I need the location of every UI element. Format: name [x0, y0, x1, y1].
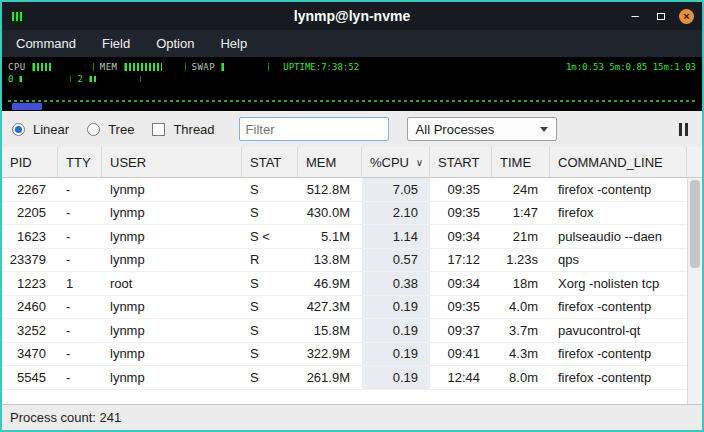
vertical-scrollbar[interactable] — [687, 178, 702, 404]
filter-input[interactable] — [239, 117, 389, 141]
cell-stat: S — [242, 366, 298, 389]
cell-stat: S — [242, 272, 298, 295]
cell-tty: - — [58, 366, 102, 389]
table-row[interactable]: 3252-lynmpS15.8M0.1909:373.7mpavucontrol… — [2, 319, 702, 343]
status-bar: Process count: 241 — [2, 404, 702, 430]
close-button[interactable]: × — [679, 9, 694, 24]
table-row[interactable]: 23379-lynmpR13.8M0.5717:121.23sqps — [2, 249, 702, 273]
swap-meter — [221, 63, 269, 71]
column-header-label: USER — [110, 155, 146, 170]
menu-command[interactable]: Command — [16, 36, 76, 51]
cell-stat: R — [242, 249, 298, 272]
restore-button[interactable] — [653, 8, 669, 24]
column-header-label: TTY — [66, 155, 91, 170]
cell-command-line: qps — [550, 249, 687, 272]
window-title: lynmp@lyn-nvme — [294, 8, 410, 24]
scrollbar-thumb[interactable] — [690, 180, 700, 268]
load-average-text: 1m:0.53 5m:0.85 15m:1.03 — [566, 62, 696, 72]
cell-start: 09:37 — [430, 319, 492, 342]
menu-help[interactable]: Help — [220, 36, 247, 51]
table-row[interactable]: 2267-lynmpS512.8M7.0509:3524mfirefox -co… — [2, 178, 702, 202]
column-header-user[interactable]: USER — [102, 147, 242, 177]
table-body: 2267-lynmpS512.8M7.0509:3524mfirefox -co… — [2, 178, 702, 404]
table-row[interactable]: 12231rootS46.9M0.3809:3418mXorg -noliste… — [2, 272, 702, 296]
column-header-tty[interactable]: TTY — [58, 147, 102, 177]
cell--cpu: 0.19 — [362, 319, 430, 342]
cell-pid: 2205 — [2, 202, 58, 225]
monitor-line2: 0 2 — [8, 73, 696, 84]
cell-time: 18m — [492, 272, 550, 295]
column-header-command-line[interactable]: COMMAND_LINE — [550, 147, 687, 177]
cell-command-line: firefox -contentp — [550, 296, 687, 319]
linear-radio-label[interactable]: Linear — [33, 122, 69, 137]
mem-label: MEM — [100, 62, 118, 72]
cell-tty: - — [58, 178, 102, 201]
titlebar[interactable]: lynmp@lyn-nvme – × — [2, 2, 702, 30]
cell-mem: 5.1M — [298, 225, 362, 248]
cpu-history-graph — [8, 86, 696, 110]
cell-time: 21m — [492, 225, 550, 248]
cell-command-line: pulseaudio --daen — [550, 225, 687, 248]
graph-selection-highlight[interactable] — [12, 103, 42, 110]
thread-checkbox-label[interactable]: Thread — [173, 122, 214, 137]
pause-button[interactable] — [675, 119, 692, 140]
table-row[interactable]: 2460-lynmpS427.3M0.1909:354.0mfirefox -c… — [2, 296, 702, 320]
column-header--cpu[interactable]: %CPU∨ — [362, 147, 430, 177]
table-row[interactable]: 3470-lynmpS322.9M0.1909:414.3mfirefox -c… — [2, 343, 702, 367]
cell-user: root — [102, 272, 242, 295]
table-row[interactable]: 2205-lynmpS430.0M2.1009:351:47firefox — [2, 202, 702, 226]
column-header-mem[interactable]: MEM — [298, 147, 362, 177]
cell-time: 4.0m — [492, 296, 550, 319]
chevron-down-icon — [540, 127, 548, 132]
cell-time: 1.23s — [492, 249, 550, 272]
process-table: PIDTTYUSERSTATMEM%CPU∨STARTTIMECOMMAND_L… — [2, 147, 702, 404]
cell-stat: S — [242, 319, 298, 342]
column-header-start[interactable]: START — [430, 147, 492, 177]
cell-tty: 1 — [58, 272, 102, 295]
cell-start: 09:41 — [430, 343, 492, 366]
cell--cpu: 0.19 — [362, 343, 430, 366]
cell-pid: 1223 — [2, 272, 58, 295]
window-buttons: – × — [627, 8, 694, 24]
table-row[interactable]: 5545-lynmpS261.9M0.1912:448.0mfirefox -c… — [2, 366, 702, 390]
graph-baseline — [8, 100, 696, 102]
cell-command-line: firefox -contentp — [550, 343, 687, 366]
linear-radio[interactable] — [12, 123, 25, 136]
table-row[interactable]: 1623-lynmpS <5.1M1.1409:3421mpulseaudio … — [2, 225, 702, 249]
cell-start: 09:34 — [430, 272, 492, 295]
cell--cpu: 0.19 — [362, 366, 430, 389]
tree-radio-label[interactable]: Tree — [108, 122, 134, 137]
table-header: PIDTTYUSERSTATMEM%CPU∨STARTTIMECOMMAND_L… — [2, 147, 702, 178]
app-icon[interactable] — [10, 9, 25, 24]
cell-pid: 23379 — [2, 249, 58, 272]
cell-stat: S < — [242, 225, 298, 248]
minimize-button[interactable]: – — [627, 8, 643, 24]
system-monitor: CPU MEM SWAP UPTIME:7:38:52 1m:0.53 5m:0… — [2, 57, 702, 111]
menubar: Command Field Option Help — [2, 30, 702, 57]
cell-start: 09:35 — [430, 296, 492, 319]
app-window: lynmp@lyn-nvme – × Command Field Option … — [0, 0, 704, 432]
process-scope-select[interactable]: All Processes — [407, 117, 557, 141]
thread-checkbox[interactable] — [152, 123, 165, 136]
cell-mem: 13.8M — [298, 249, 362, 272]
cell-pid: 5545 — [2, 366, 58, 389]
cell--cpu: 0.38 — [362, 272, 430, 295]
cell--cpu: 2.10 — [362, 202, 430, 225]
control-bar: Linear Tree Thread All Processes — [2, 111, 702, 147]
cell-mem: 261.9M — [298, 366, 362, 389]
column-header-time[interactable]: TIME — [492, 147, 550, 177]
column-header-pid[interactable]: PID — [2, 147, 58, 177]
cell-start: 12:44 — [430, 366, 492, 389]
monitor-line1: CPU MEM SWAP UPTIME:7:38:52 1m:0.53 5m:0… — [8, 60, 696, 73]
cell-start: 09:34 — [430, 225, 492, 248]
menu-field[interactable]: Field — [102, 36, 130, 51]
pause-icon — [679, 123, 682, 136]
column-header-stat[interactable]: STAT — [242, 147, 298, 177]
tree-radio[interactable] — [87, 123, 100, 136]
cell-start: 09:35 — [430, 178, 492, 201]
cell-tty: - — [58, 319, 102, 342]
menu-option[interactable]: Option — [156, 36, 194, 51]
cpu-label: CPU — [8, 62, 26, 72]
column-header-label: START — [438, 155, 479, 170]
cell--cpu: 0.19 — [362, 296, 430, 319]
